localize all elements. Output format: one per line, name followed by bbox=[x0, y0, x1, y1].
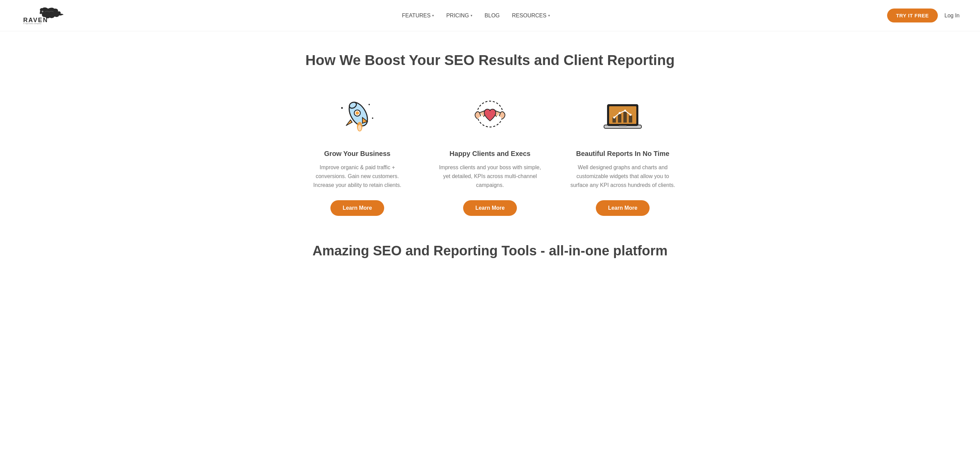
svg-text:A TapClicks company: A TapClicks company bbox=[23, 22, 41, 24]
svg-point-23 bbox=[624, 110, 626, 112]
learn-more-button-reports[interactable]: Learn More bbox=[596, 200, 649, 216]
card-reports-title: Beautiful Reports In No Time bbox=[576, 150, 669, 158]
svg-point-1 bbox=[42, 11, 43, 12]
nav-blog[interactable]: BLOG bbox=[485, 13, 500, 19]
svg-point-12 bbox=[372, 117, 373, 119]
nav-features[interactable]: FEATURES ▾ bbox=[402, 13, 434, 19]
svg-rect-20 bbox=[629, 115, 632, 123]
svg-point-11 bbox=[369, 104, 370, 105]
page-heading: How We Boost Your SEO Results and Client… bbox=[282, 52, 698, 69]
svg-point-10 bbox=[341, 107, 343, 109]
card-reports-desc: Well designed graphs and charts and cust… bbox=[570, 163, 675, 189]
svg-point-9 bbox=[358, 125, 361, 131]
chevron-down-icon: ▾ bbox=[471, 14, 472, 18]
card-grow-title: Grow Your Business bbox=[324, 150, 391, 158]
header: RAVEN A TapClicks company FEATURES ▾ PRI… bbox=[0, 0, 980, 31]
rocket-icon bbox=[334, 93, 381, 140]
feature-cards: Grow Your Business Improve organic & pai… bbox=[282, 93, 698, 216]
bottom-heading: Amazing SEO and Reporting Tools - all-in… bbox=[282, 243, 698, 259]
card-happy-clients: Happy Clients and Execs Impress clients … bbox=[437, 93, 543, 216]
card-clients-title: Happy Clients and Execs bbox=[450, 150, 530, 158]
card-clients-desc: Impress clients and your boss with simpl… bbox=[437, 163, 543, 189]
svg-rect-25 bbox=[619, 126, 627, 127]
laptop-chart-icon bbox=[599, 93, 646, 140]
chevron-down-icon: ▾ bbox=[432, 14, 434, 18]
try-it-free-button[interactable]: TRY IT FREE bbox=[887, 8, 937, 22]
main-content: How We Boost Your SEO Results and Client… bbox=[269, 31, 711, 279]
hands-heart-icon bbox=[466, 93, 514, 140]
nav-pricing[interactable]: PRICING ▾ bbox=[446, 13, 472, 19]
svg-point-22 bbox=[619, 112, 620, 114]
svg-point-7 bbox=[356, 111, 359, 115]
svg-rect-18 bbox=[618, 114, 621, 123]
card-grow-desc: Improve organic & paid traffic + convers… bbox=[305, 163, 410, 189]
nav: FEATURES ▾ PRICING ▾ BLOG RESOURCES ▾ bbox=[402, 13, 550, 19]
logo[interactable]: RAVEN A TapClicks company bbox=[21, 6, 65, 25]
login-button[interactable]: Log In bbox=[945, 13, 959, 19]
learn-more-button-grow[interactable]: Learn More bbox=[331, 200, 384, 216]
chevron-down-icon: ▾ bbox=[548, 14, 550, 18]
card-reports: Beautiful Reports In No Time Well design… bbox=[570, 93, 675, 216]
svg-point-24 bbox=[630, 114, 632, 116]
nav-resources[interactable]: RESOURCES ▾ bbox=[512, 13, 550, 19]
svg-rect-19 bbox=[624, 111, 627, 123]
learn-more-button-clients[interactable]: Learn More bbox=[463, 200, 517, 216]
nav-actions: TRY IT FREE Log In bbox=[887, 8, 959, 22]
card-grow-business: Grow Your Business Improve organic & pai… bbox=[305, 93, 410, 216]
svg-point-21 bbox=[613, 117, 615, 118]
